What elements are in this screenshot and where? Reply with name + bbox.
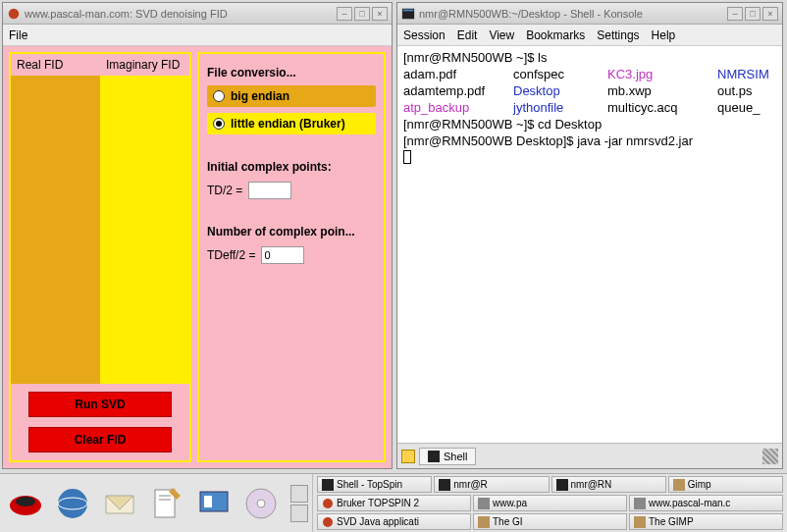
task-icon [322, 516, 334, 528]
mini-tray [287, 474, 312, 532]
maximize-button[interactable]: □ [745, 7, 761, 21]
task-icon [322, 479, 334, 491]
task-icon [634, 498, 646, 509]
task-icon [634, 516, 646, 528]
svg-rect-23 [478, 498, 490, 509]
task-item[interactable]: Gimp [668, 476, 783, 493]
close-button[interactable]: × [762, 7, 778, 21]
minimize-button[interactable]: – [727, 7, 743, 21]
task-item[interactable]: nmr@R [434, 476, 549, 493]
shell-tab-label: Shell [444, 451, 467, 462]
svd-body: Real FID Imaginary FID Run SVD Clear FID… [3, 46, 392, 468]
close-button[interactable]: × [372, 7, 388, 21]
browser-icon[interactable] [53, 484, 92, 523]
imag-fid-label: Imaginary FID [100, 54, 189, 76]
task-icon [673, 479, 685, 491]
editor-icon[interactable] [147, 484, 186, 523]
td-row: TD/2 = [207, 182, 376, 199]
radio-icon [213, 90, 225, 102]
task-item[interactable]: Shell - TopSpin [317, 476, 432, 493]
radio-little-label: little endian (Bruker) [231, 117, 345, 131]
tdeff-row: TDeff/2 = [207, 246, 376, 264]
imag-fid-area [100, 76, 189, 384]
cd-icon[interactable] [241, 484, 281, 523]
redhat-icon[interactable] [6, 484, 45, 523]
launcher-tray [0, 474, 287, 532]
run-svd-button[interactable]: Run SVD [28, 392, 172, 417]
svg-point-6 [58, 489, 87, 518]
presentation-icon[interactable] [194, 484, 234, 523]
menu-view[interactable]: View [489, 28, 514, 42]
radio-little-endian[interactable]: little endian (Bruker) [207, 113, 376, 134]
lock-icon[interactable] [290, 485, 308, 503]
menu-file[interactable]: File [9, 28, 27, 42]
init-points-title: Initial complex points: [207, 160, 376, 174]
options-panel: File conversio... big endian little endi… [197, 52, 386, 462]
button-stack: Run SVD Clear FID [11, 384, 189, 460]
konsole-titlebar[interactable]: nmr@RMN500WB:~/Desktop - Shell - Konsole… [397, 3, 782, 25]
java-icon [7, 7, 21, 21]
real-fid-label: Real FID [11, 54, 100, 76]
svd-title-text: www.pascal-man.com: SVD denoising FID [25, 8, 228, 20]
konsole-window: nmr@RMN500WB:~/Desktop - Shell - Konsole… [396, 2, 783, 469]
fid-display [11, 76, 189, 384]
resize-grip[interactable] [762, 449, 778, 464]
task-icon [322, 498, 334, 509]
radio-icon [213, 118, 225, 130]
svg-rect-21 [673, 479, 685, 491]
file-conversion-title: File conversio... [207, 66, 376, 80]
konsole-tabbar: Shell [397, 443, 782, 468]
maximize-button[interactable]: □ [354, 7, 370, 21]
task-icon [478, 498, 490, 509]
svg-point-22 [323, 499, 333, 508]
terminal-icon [401, 7, 415, 21]
svg-point-25 [323, 517, 333, 527]
svg-rect-2 [403, 9, 414, 11]
konsole-menubar: Session Edit View Bookmarks Settings Hel… [397, 25, 782, 46]
mail-icon[interactable] [100, 484, 139, 523]
tdeff-label: TDeff/2 = [207, 248, 255, 262]
radio-big-label: big endian [231, 89, 289, 103]
tdeff-input[interactable] [261, 246, 304, 264]
shell-tab-icon [428, 451, 440, 462]
task-item[interactable]: www.pascal-man.c [629, 495, 783, 511]
num-points-title: Number of complex poin... [207, 225, 376, 239]
task-item[interactable]: SVD Java applicati [317, 513, 471, 530]
menu-bookmarks[interactable]: Bookmarks [526, 28, 585, 42]
shell-tab[interactable]: Shell [419, 448, 476, 465]
task-button-area: Shell - TopSpin nmr@R nmr@RN Gimp Bruker… [312, 474, 787, 532]
cursor [403, 150, 411, 164]
menu-settings[interactable]: Settings [597, 28, 639, 42]
minimize-button[interactable]: – [337, 7, 352, 21]
svg-rect-24 [634, 498, 646, 509]
svd-titlebar[interactable]: www.pascal-man.com: SVD denoising FID – … [3, 3, 392, 25]
menu-session[interactable]: Session [403, 28, 446, 42]
svg-point-5 [16, 497, 35, 506]
svg-rect-18 [322, 479, 334, 491]
svg-rect-27 [634, 516, 646, 528]
terminal-area[interactable]: [nmr@RMN500WB ~]$ ls adam.pdfconfspecKC3… [397, 46, 782, 443]
svd-menubar: File [3, 25, 392, 46]
svg-point-17 [257, 500, 265, 507]
radio-big-endian[interactable]: big endian [207, 85, 376, 107]
konsole-title-text: nmr@RMN500WB:~/Desktop - Shell - Konsole [419, 8, 643, 20]
td-input[interactable] [248, 182, 291, 199]
td-label: TD/2 = [207, 184, 242, 197]
task-icon [556, 479, 568, 491]
menu-edit[interactable]: Edit [457, 28, 478, 42]
task-item[interactable]: Bruker TOPSPIN 2 [317, 495, 471, 511]
task-icon [478, 516, 490, 528]
svg-rect-26 [478, 516, 490, 528]
task-item[interactable]: The GIMP [629, 513, 783, 530]
task-item[interactable]: www.pa [473, 495, 627, 511]
svd-app-window: www.pascal-man.com: SVD denoising FID – … [2, 2, 393, 469]
menu-help[interactable]: Help [652, 28, 676, 42]
desktop-icon[interactable] [290, 505, 308, 522]
task-item[interactable]: The GI [473, 513, 627, 530]
svg-rect-20 [556, 479, 568, 491]
fid-panel: Real FID Imaginary FID Run SVD Clear FID [9, 52, 191, 462]
clear-fid-button[interactable]: Clear FID [28, 427, 172, 452]
task-item[interactable]: nmr@RN [551, 476, 666, 493]
svg-point-0 [9, 8, 20, 19]
new-tab-icon[interactable] [401, 450, 415, 463]
